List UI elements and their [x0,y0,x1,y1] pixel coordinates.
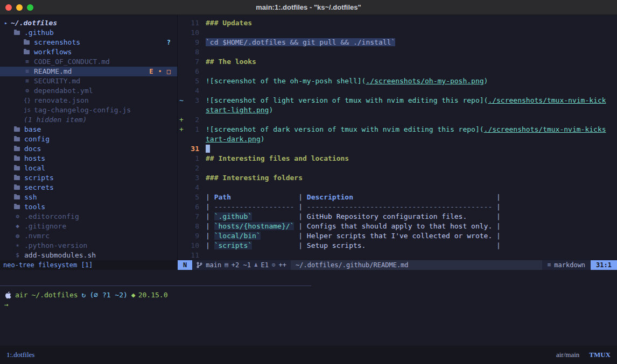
editor-line[interactable]: start-light.png) [178,105,617,115]
editor-line[interactable]: +2 [178,115,617,125]
tree-item-github[interactable]: .github [0,28,177,38]
git-sign [178,105,185,115]
tree-item-label: .gitignore [24,222,66,231]
unstaged-badge: □ [167,67,171,76]
editor-line[interactable]: +1![screenshot of dark version of tmux w… [178,125,617,134]
editor-line[interactable]: 2 [178,163,617,173]
tree-item-nvmrc[interactable]: ◍.nvmrc [0,231,177,241]
editor-line[interactable]: 11 [178,251,617,260]
editor-line[interactable]: 8| `hosts/{hostname}/` | Configs that sh… [178,222,617,231]
file-icon: js [24,105,31,115]
editor-line[interactable]: 10| `scripts` | Setup scripts. | [178,241,617,251]
command-line-area [0,270,617,286]
tmux-session-name: air/main [556,351,579,359]
folder-icon [14,185,20,190]
editor-line[interactable]: tart-dark.png) [178,134,617,144]
tree-item-scripts[interactable]: scripts [0,173,177,183]
tree-item-label: .python-version [24,241,87,251]
tree-item-editorconfig[interactable]: ⚙.editorconfig [0,212,177,222]
tree-item-screenshots[interactable]: screenshots? [0,38,177,47]
editor-line[interactable]: 11### Updates [178,18,617,28]
apple-icon [4,291,11,299]
statusbar: neo-tree filesystem [1] N main ▤ +2 ~1 ♟… [0,260,617,270]
editor-line[interactable]: 3### Interesting folders [178,173,617,183]
lsp-status: ++ [279,260,286,270]
close-button[interactable] [5,4,12,11]
git-sign [178,241,185,251]
diagnostics-icon: ♟ [254,260,258,270]
editor-line[interactable]: 9| `local/bin` | Helper scripts that I'v… [178,231,617,241]
tree-item-python-version[interactable]: ∗.python-version [0,241,177,251]
editor-line[interactable]: 6| ------------------- | ---------------… [178,202,617,212]
editor-line[interactable]: 7## The looks [178,57,617,67]
line-number: 11 [185,18,199,28]
tree-item-security-md[interactable]: ≡SECURITY.md [0,76,177,86]
tree-item-dotfiles[interactable]: ▸~/.dotfiles [0,18,177,28]
git-status-badges: ? [167,38,177,47]
git-branch-icon [197,262,202,268]
editor-line[interactable]: 7| `.github` | GitHub Repository configu… [178,212,617,222]
tree-item-1-hidden-item[interactable]: (1 hidden item) [0,115,177,125]
tree-item-dependabot-yml[interactable]: ⚙dependabot.yml [0,86,177,96]
editor-line[interactable]: 5![screenshot of the oh-my-posh shell](.… [178,76,617,86]
tree-item-readme-md[interactable]: ≡README.mdE•□ [0,67,177,76]
tree-item-ssh[interactable]: ssh [0,192,177,202]
editor-line[interactable]: 4 [178,86,617,96]
editor-line[interactable]: 4 [178,183,617,192]
expander-icon[interactable]: ▸ [4,18,8,28]
editor-line[interactable]: 1## Interesting files and locations [178,154,617,163]
tree-item-label: CODE_OF_CONDUCT.md [34,57,110,67]
folder-icon [14,147,20,151]
tree-item-label: dependabot.yml [34,86,93,96]
folder-icon [14,127,20,132]
line-number: 5 [185,192,199,202]
editor-panel[interactable]: 11### Updates109`cd $HOME/.dotfiles && g… [178,15,617,260]
tree-item-docs[interactable]: docs [0,144,177,154]
editor-line[interactable]: 8 [178,47,617,57]
git-sign [178,144,185,154]
line-number: 4 [185,86,199,96]
prompt-git-status: (⌀ ?1 ~2) [89,290,127,300]
tree-item-tools[interactable]: tools [0,202,177,212]
line-number: 10 [185,28,199,38]
tree-item-config[interactable]: config [0,134,177,144]
git-sign [178,192,185,202]
git-segment: main ▤ +2 ~1 ♟ E1 ⊙ ++ [192,260,291,270]
tmux-status-right: air/main TMUX [556,351,611,359]
zoom-button[interactable] [27,4,33,11]
tree-item-base[interactable]: base [0,125,177,134]
git-status-badges: E•□ [149,67,177,76]
folder-icon [14,205,20,209]
tmux-window-item[interactable]: 1:.dotfiles [6,351,34,359]
tree-item-label: hosts [24,154,45,163]
editor-line[interactable]: 31 [178,144,617,154]
minimize-button[interactable] [16,4,23,11]
tree-item-workflows[interactable]: workflows [0,47,177,57]
tree-item-code-of-conduct-md[interactable]: ≡CODE_OF_CONDUCT.md [0,57,177,67]
tree-item-renovate-json[interactable]: {}renovate.json [0,96,177,105]
node-icon: ◆ [131,290,136,300]
neo-tree-panel[interactable]: ▸~/.dotfiles.githubscreenshots?workflows… [0,15,178,260]
tree-item-local[interactable]: local [0,163,177,173]
editor-line[interactable]: ~3![screenshot of light version of tmux … [178,96,617,105]
editor-line[interactable]: 5| Path | Description | [178,192,617,202]
tree-item-gitignore[interactable]: ◆.gitignore [0,222,177,231]
editor-line[interactable]: 6 [178,67,617,76]
tree-item-hosts[interactable]: hosts [0,154,177,163]
vim-mode-indicator: N [178,260,192,270]
tree-item-add-submodules-sh[interactable]: $add-submodules.sh [0,251,177,260]
editor-line[interactable]: 9`cd $HOME/.dotfiles && git pull && ./in… [178,38,617,47]
tree-item-secrets[interactable]: secrets [0,183,177,192]
git-sign [178,231,185,241]
editor-line[interactable]: 10 [178,28,617,38]
shell-pane[interactable]: air ~/.dotfiles ↻ (⌀ ?1 ~2) ◆ 20.15.0 → [0,286,617,346]
file-icon: ≡ [24,57,31,67]
file-icon: ◍ [14,231,21,241]
tree-item-label: .nvmrc [24,231,50,241]
line-number: 4 [185,183,199,192]
shell-input-line[interactable]: → [4,300,617,310]
git-branch-name: main [206,260,221,270]
tree-item-label: renovate.json [34,96,89,105]
file-icon: {} [24,96,31,105]
tree-item-tag-changelog-config-js[interactable]: jstag-changelog-config.js [0,105,177,115]
